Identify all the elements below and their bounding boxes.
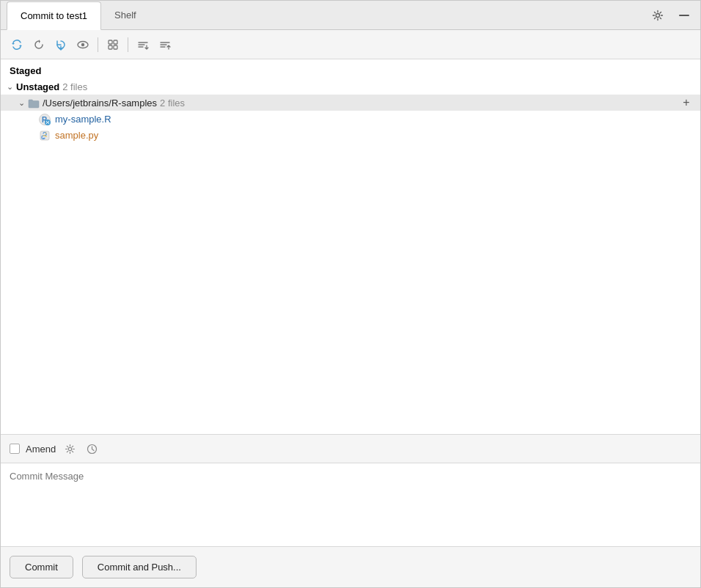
commit-push-button[interactable]: Commit and Push... bbox=[82, 556, 197, 578]
file-row-r[interactable]: R my-sample.R bbox=[1, 111, 700, 127]
unstaged-label: Unstaged bbox=[16, 81, 59, 92]
collapse-icon bbox=[137, 39, 149, 51]
action-buttons: Commit Commit and Push... bbox=[1, 546, 700, 587]
tab-shelf[interactable]: Shelf bbox=[101, 1, 150, 29]
eye-icon bbox=[76, 39, 89, 51]
folder-icon bbox=[28, 97, 40, 109]
folder-chevron[interactable]: ⌄ bbox=[18, 98, 25, 108]
unstaged-count: 2 files bbox=[62, 81, 87, 92]
toolbar-separator-2 bbox=[128, 37, 128, 52]
amend-gear-icon bbox=[65, 444, 76, 455]
gear-icon bbox=[652, 10, 664, 21]
py-file-icon bbox=[39, 129, 51, 141]
folder-path: /Users/jetbrains/R-samples bbox=[43, 98, 157, 109]
toolbar-separator-1 bbox=[98, 37, 98, 52]
refresh-button[interactable] bbox=[29, 34, 49, 55]
commit-message-area bbox=[1, 463, 700, 546]
file-tree: Staged ⌄ Unstaged 2 files ⌄ /Users/jetbr… bbox=[1, 59, 700, 434]
folder-add-button[interactable]: + bbox=[678, 95, 694, 111]
svg-rect-4 bbox=[109, 40, 112, 44]
file-name-r: my-sample.R bbox=[55, 114, 111, 125]
file-row-py[interactable]: sample.py bbox=[1, 127, 700, 143]
clock-icon bbox=[87, 444, 98, 455]
svg-rect-7 bbox=[114, 45, 117, 49]
commit-button[interactable]: Commit bbox=[10, 556, 73, 578]
settings-button[interactable] bbox=[647, 5, 668, 26]
toolbar bbox=[1, 30, 700, 59]
show-diff-button[interactable] bbox=[73, 34, 93, 55]
minimize-button[interactable] bbox=[674, 5, 694, 26]
staged-header: Staged bbox=[1, 62, 700, 79]
rollback-button[interactable] bbox=[51, 34, 71, 55]
refresh-icon bbox=[33, 39, 45, 51]
folder-row[interactable]: ⌄ /Users/jetbrains/R-samples 2 files + bbox=[1, 95, 700, 111]
unstaged-section: ⌄ Unstaged 2 files bbox=[1, 79, 700, 95]
file-name-py: sample.py bbox=[55, 130, 98, 141]
collapse-all-button[interactable] bbox=[133, 34, 153, 55]
folder-file-count: 2 files bbox=[160, 98, 185, 109]
main-window: Commit to test1 Shelf bbox=[0, 0, 701, 588]
minus-icon bbox=[679, 15, 689, 16]
svg-rect-6 bbox=[109, 45, 112, 49]
svg-rect-1 bbox=[679, 15, 689, 16]
unstaged-chevron[interactable]: ⌄ bbox=[7, 82, 13, 92]
tab-bar: Commit to test1 Shelf bbox=[1, 1, 700, 30]
amend-row: Amend bbox=[1, 435, 700, 463]
expand-icon bbox=[159, 39, 171, 51]
content-area: Staged ⌄ Unstaged 2 files ⌄ /Users/jetbr… bbox=[1, 59, 700, 587]
rollback-icon bbox=[55, 39, 67, 51]
svg-point-20 bbox=[68, 447, 71, 450]
update-vcs-button[interactable] bbox=[7, 34, 27, 55]
amend-settings-button[interactable] bbox=[62, 441, 78, 457]
bottom-area: Amend C bbox=[1, 434, 700, 587]
jump-source-button[interactable] bbox=[103, 34, 123, 55]
r-file-icon: R bbox=[39, 113, 51, 125]
svg-rect-5 bbox=[114, 40, 117, 44]
amend-history-button[interactable] bbox=[84, 441, 100, 457]
title-bar-actions bbox=[647, 5, 694, 26]
update-icon bbox=[10, 38, 23, 51]
commit-message-input[interactable] bbox=[1, 463, 700, 544]
expand-all-button[interactable] bbox=[155, 34, 175, 55]
svg-point-18 bbox=[43, 138, 45, 139]
amend-label: Amend bbox=[26, 444, 56, 455]
svg-point-19 bbox=[45, 133, 47, 134]
jump-icon bbox=[107, 39, 119, 51]
tab-commit[interactable]: Commit to test1 bbox=[7, 1, 101, 30]
svg-point-3 bbox=[81, 43, 84, 45]
amend-checkbox[interactable] bbox=[10, 444, 20, 454]
svg-point-0 bbox=[656, 13, 660, 17]
